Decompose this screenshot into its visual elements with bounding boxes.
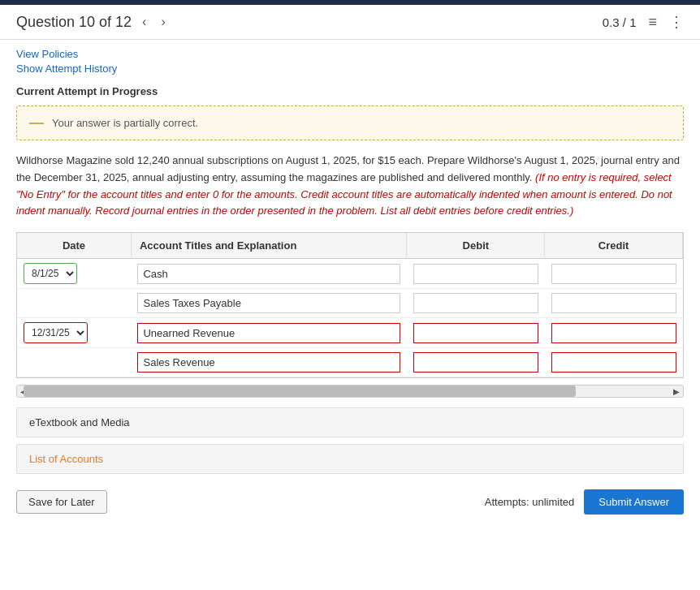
account-cell — [131, 289, 407, 318]
account-cell — [131, 259, 407, 289]
date-select-1[interactable]: 8/1/25 — [24, 263, 77, 284]
view-policies-link[interactable]: View Policies — [16, 48, 684, 60]
journal-table-container: Date Account Titles and Explanation Debi… — [16, 232, 684, 378]
table-header-row: Date Account Titles and Explanation Debi… — [17, 233, 683, 259]
date-cell — [17, 348, 131, 377]
partial-correct-text: Your answer is partially correct. — [52, 117, 198, 129]
debit-input-2[interactable] — [413, 293, 538, 313]
header-right: 0.3 / 1 ≡ ⋮ — [603, 13, 684, 31]
account-input-3[interactable] — [137, 323, 400, 343]
debit-input-1[interactable] — [413, 264, 538, 284]
horizontal-scrollbar[interactable]: ◀ ▶ — [16, 385, 684, 398]
header-left: Question 10 of 12 ‹ › — [16, 13, 170, 31]
credit-input-1[interactable] — [551, 264, 676, 284]
save-later-button[interactable]: Save for Later — [16, 490, 107, 514]
table-row: 12/31/25 — [17, 318, 683, 348]
list-icon-button[interactable]: ≡ — [648, 14, 657, 31]
links-area: View Policies Show Attempt History — [0, 40, 700, 81]
credit-cell — [545, 289, 683, 318]
header: Question 10 of 12 ‹ › 0.3 / 1 ≡ ⋮ — [0, 5, 700, 40]
date-cell: 12/31/25 — [17, 318, 131, 348]
col-date-header: Date — [17, 233, 131, 259]
question-title: Question 10 of 12 — [16, 14, 132, 31]
table-row — [17, 289, 683, 318]
debit-input-3[interactable] — [413, 323, 538, 343]
debit-cell — [407, 289, 545, 318]
debit-cell — [407, 348, 545, 377]
partial-correct-icon: — — [29, 114, 44, 131]
account-cell — [131, 318, 407, 348]
submit-answer-button[interactable]: Submit Answer — [584, 489, 684, 515]
col-debit-header: Debit — [407, 233, 545, 259]
date-cell: 8/1/25 — [17, 259, 131, 289]
etextbook-button[interactable]: eTextbook and Media — [16, 407, 684, 437]
attempts-label: Attempts: unlimited — [485, 496, 575, 508]
scroll-right-arrow[interactable]: ▶ — [670, 385, 683, 397]
journal-table: Date Account Titles and Explanation Debi… — [17, 233, 683, 377]
debit-input-4[interactable] — [413, 352, 538, 373]
prev-question-button[interactable]: ‹ — [138, 13, 150, 31]
debit-cell — [407, 259, 545, 289]
credit-cell — [545, 318, 683, 348]
partial-correct-box: — Your answer is partially correct. — [16, 106, 684, 140]
account-cell — [131, 348, 407, 377]
col-credit-header: Credit — [545, 233, 683, 259]
score-display: 0.3 / 1 — [603, 15, 637, 29]
scroll-thumb[interactable] — [24, 385, 576, 397]
credit-cell — [545, 348, 683, 377]
table-row: 8/1/25 — [17, 259, 683, 289]
next-question-button[interactable]: › — [157, 13, 169, 31]
account-input-4[interactable] — [137, 352, 400, 373]
date-select-2[interactable]: 12/31/25 — [24, 322, 88, 343]
question-text: Wildhorse Magazine sold 12,240 annual su… — [16, 153, 684, 220]
more-options-button[interactable]: ⋮ — [669, 13, 684, 31]
table-row — [17, 348, 683, 377]
account-input-1[interactable] — [137, 264, 400, 284]
credit-input-4[interactable] — [551, 352, 676, 373]
col-account-header: Account Titles and Explanation — [131, 233, 407, 259]
footer-bar: Save for Later Attempts: unlimited Submi… — [0, 481, 700, 523]
show-attempt-history-link[interactable]: Show Attempt History — [16, 62, 684, 75]
debit-cell — [407, 318, 545, 348]
footer-right: Attempts: unlimited Submit Answer — [485, 489, 684, 515]
current-attempt-label: Current Attempt in Progress — [0, 81, 700, 106]
date-cell — [17, 289, 131, 318]
credit-input-3[interactable] — [551, 323, 676, 343]
credit-cell — [545, 259, 683, 289]
list-accounts-button[interactable]: List of Accounts — [16, 444, 684, 474]
account-input-2[interactable] — [137, 293, 400, 313]
credit-input-2[interactable] — [551, 293, 676, 313]
